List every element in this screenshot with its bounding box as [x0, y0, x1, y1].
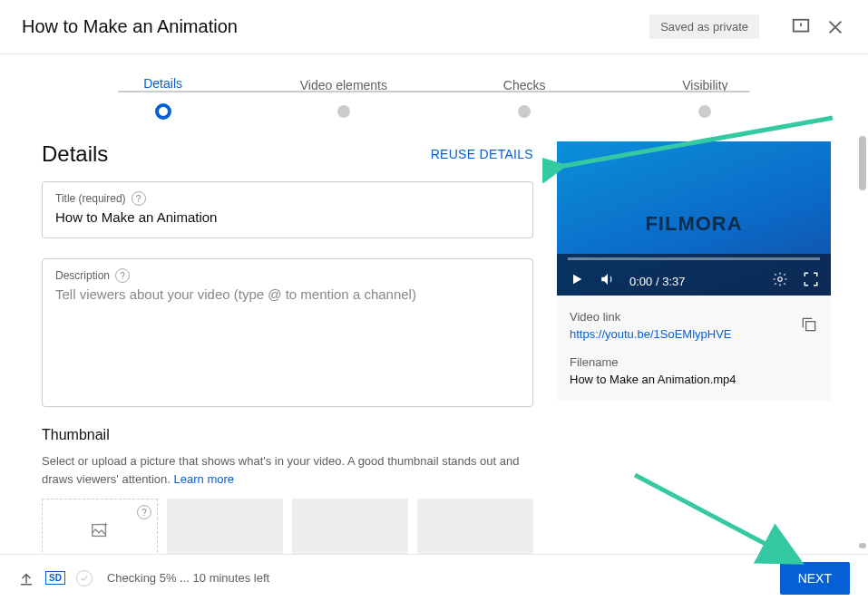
step-visibility[interactable]: Visibility — [615, 78, 795, 121]
upload-status-text: Checking 5% ... 10 minutes left — [107, 571, 780, 585]
filename-value: How to Make an Animation.mp4 — [570, 373, 818, 386]
content-area: Details REUSE DETAILS Title (required) ?… — [0, 132, 868, 567]
thumbnail-title: Thumbnail — [42, 427, 533, 443]
saved-status-badge: Saved as private — [649, 15, 759, 39]
sd-badge: SD — [45, 571, 65, 585]
step-dot-icon — [337, 105, 350, 118]
settings-icon[interactable] — [771, 270, 789, 288]
video-player[interactable]: FILMORA 0:00 / 3:37 — [557, 141, 831, 296]
play-icon[interactable] — [568, 270, 586, 288]
description-placeholder: Tell viewers about your video (type @ to… — [55, 286, 520, 302]
thumbnail-description: Select or upload a picture that shows wh… — [42, 452, 533, 488]
help-icon[interactable]: ? — [137, 505, 151, 519]
filename-label: Filename — [570, 355, 818, 369]
section-title: Details — [42, 141, 108, 167]
help-icon[interactable]: ? — [115, 268, 130, 283]
stepper: Details Video elements Checks Visibility — [0, 54, 868, 132]
close-icon[interactable] — [824, 16, 846, 38]
learn-more-link[interactable]: Learn more — [174, 472, 234, 486]
stepper-line — [118, 91, 750, 92]
step-dot-icon — [698, 105, 711, 118]
step-details[interactable]: Details — [73, 76, 253, 123]
copy-icon[interactable] — [800, 315, 818, 334]
thumbnail-option[interactable] — [292, 499, 408, 562]
step-video-elements[interactable]: Video elements — [253, 78, 434, 121]
title-field-label: Title (required) — [55, 192, 126, 205]
dialog-title: How to Make an Animation — [22, 16, 649, 37]
video-time: 0:00 / 3:37 — [629, 275, 758, 288]
description-field-label: Description — [55, 269, 110, 282]
volume-icon[interactable] — [599, 270, 617, 288]
add-image-icon — [90, 520, 110, 540]
footer-bar: SD Checking 5% ... 10 minutes left NEXT — [0, 554, 868, 601]
reuse-details-button[interactable]: REUSE DETAILS — [431, 147, 533, 161]
video-progress-bar[interactable] — [568, 257, 820, 260]
video-link-label: Video link — [570, 310, 731, 324]
next-button[interactable]: NEXT — [780, 562, 850, 595]
dialog-header: How to Make an Animation Saved as privat… — [0, 0, 868, 54]
video-meta: Video link https://youtu.be/1SoEMlypHVE … — [557, 296, 831, 401]
title-field[interactable]: Title (required) ? How to Make an Animat… — [42, 181, 533, 238]
preview-column: FILMORA 0:00 / 3:37 — [557, 141, 831, 567]
video-link[interactable]: https://youtu.be/1SoEMlypHVE — [570, 327, 731, 341]
title-input-value[interactable]: How to Make an Animation — [55, 209, 520, 225]
check-status-icon — [76, 570, 93, 586]
scrollbar-thumb[interactable] — [859, 136, 866, 190]
help-icon[interactable]: ? — [132, 191, 146, 206]
video-controls: 0:00 / 3:37 — [557, 254, 831, 296]
description-field[interactable]: Description ? Tell viewers about your vi… — [42, 258, 533, 407]
svg-point-2 — [778, 277, 783, 282]
step-checks[interactable]: Checks — [434, 78, 615, 121]
upload-icon — [18, 570, 34, 586]
step-dot-icon — [155, 103, 171, 120]
upload-thumbnail-button[interactable]: ? — [42, 499, 158, 562]
thumbnail-row: ? — [42, 499, 533, 562]
thumbnail-option[interactable] — [167, 499, 283, 562]
fullscreen-icon[interactable] — [802, 270, 820, 288]
details-column: Details REUSE DETAILS Title (required) ?… — [42, 141, 533, 567]
feedback-icon[interactable] — [790, 16, 812, 38]
video-brand-text: FILMORA — [557, 212, 831, 236]
step-label: Details — [73, 76, 253, 91]
scrollbar-thumb[interactable] — [859, 543, 866, 548]
step-dot-icon — [518, 105, 531, 118]
svg-rect-3 — [806, 322, 815, 331]
thumbnail-option[interactable] — [417, 499, 533, 562]
video-preview-card: FILMORA 0:00 / 3:37 — [557, 141, 831, 401]
